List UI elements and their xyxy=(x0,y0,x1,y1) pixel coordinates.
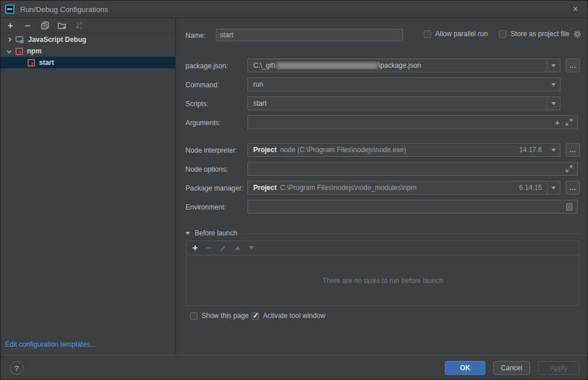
environment-input[interactable] xyxy=(247,200,578,214)
collapse-triangle-icon xyxy=(185,232,190,235)
show-this-page-checkbox[interactable] xyxy=(190,312,198,320)
section-divider xyxy=(244,233,579,234)
sidebar-toolbar: + − xyxy=(1,18,175,33)
package-json-label: package.json: xyxy=(185,62,228,70)
npm-icon xyxy=(28,59,35,67)
before-launch-tasks-panel: + − There are no tasks to run before lau… xyxy=(186,241,579,306)
node-interpreter-path: node (C:\Program Files\nodejs\node.exe) xyxy=(277,146,406,154)
environment-label: Environment: xyxy=(185,203,226,211)
insert-macro-icon[interactable]: + xyxy=(555,118,560,127)
tree-item-npm-group[interactable]: npm xyxy=(1,45,175,57)
node-interpreter-scope: Project xyxy=(248,146,277,154)
sort-alphabetically-icon xyxy=(75,22,83,30)
edit-configuration-templates-link[interactable]: Edit configuration templates... xyxy=(5,340,96,348)
node-interpreter-version: 14.17.6 xyxy=(519,146,547,154)
command-combobox[interactable]: run xyxy=(247,77,560,91)
package-manager-version: 6.14.15 xyxy=(519,184,547,192)
ok-button[interactable]: OK xyxy=(445,361,485,375)
plus-icon: + xyxy=(7,21,13,30)
tasks-empty-message: There are no tasks to run before launch xyxy=(187,255,579,306)
redacted-path-segment xyxy=(276,62,378,69)
chevron-down-icon xyxy=(551,187,556,189)
store-as-project-file-label: Store as project file xyxy=(510,30,570,38)
package-manager-scope: Project xyxy=(248,184,277,192)
package-manager-dropdown-arrow[interactable] xyxy=(547,181,560,194)
edit-task-button[interactable] xyxy=(219,245,227,252)
package-json-combobox[interactable]: C:\_git\ \package.json xyxy=(247,59,560,72)
arguments-input[interactable]: + xyxy=(247,115,578,129)
configurations-sidebar: + − JavaScript Debug xyxy=(1,18,176,355)
copy-icon xyxy=(41,21,49,30)
package-manager-label: Package manager: xyxy=(185,184,243,192)
new-folder-icon xyxy=(57,22,67,30)
arguments-label: Arguments: xyxy=(185,119,220,127)
expand-field-icon[interactable] xyxy=(566,165,572,172)
npm-icon xyxy=(16,48,23,55)
add-task-button[interactable]: + xyxy=(192,243,198,253)
name-label: Name: xyxy=(185,32,206,40)
before-launch-section-header[interactable]: Before launch xyxy=(185,229,579,237)
remove-configuration-button[interactable]: − xyxy=(22,21,33,31)
package-json-dropdown-arrow[interactable] xyxy=(547,59,560,72)
activate-tool-window-checkbox[interactable] xyxy=(252,312,259,320)
command-value: run xyxy=(248,80,263,88)
expand-field-icon[interactable] xyxy=(566,119,572,126)
allow-parallel-run-option: Allow parallel run xyxy=(424,30,488,38)
node-interpreter-combobox[interactable]: Project node (C:\Program Files\nodejs\no… xyxy=(247,143,560,157)
node-interpreter-browse-button[interactable]: ... xyxy=(566,143,580,157)
gear-icon[interactable] xyxy=(574,30,581,38)
package-manager-path: C:\Program Files\nodejs\node_modules\npm xyxy=(277,184,416,192)
tree-item-label: JavaScript Debug xyxy=(28,36,86,44)
sort-configurations-button[interactable] xyxy=(74,21,84,31)
move-task-down-button[interactable] xyxy=(249,246,254,250)
activate-tool-window-label: Activate tool window xyxy=(263,312,326,320)
chevron-right-icon[interactable] xyxy=(7,37,11,42)
package-json-path-prefix: C:\_git\ xyxy=(253,61,275,69)
node-options-input[interactable] xyxy=(247,162,578,176)
title-bar: WS Run/Debug Configurations × xyxy=(1,1,587,18)
move-task-up-button[interactable] xyxy=(235,246,241,250)
scripts-dropdown-arrow[interactable] xyxy=(547,97,560,110)
tree-item-javascript-debug[interactable]: JavaScript Debug xyxy=(1,34,175,45)
tasks-toolbar: + − xyxy=(187,241,579,255)
webstorm-logo-icon: WS xyxy=(5,5,14,14)
minus-icon: − xyxy=(25,21,30,30)
chevron-down-icon xyxy=(551,102,556,105)
store-as-project-file-option: Store as project file xyxy=(499,30,581,38)
scripts-label: Scripts: xyxy=(185,100,208,108)
close-icon[interactable]: × xyxy=(569,3,582,15)
command-label: Command: xyxy=(185,81,219,89)
name-input[interactable] xyxy=(216,29,403,41)
tree-item-start[interactable]: start xyxy=(1,57,175,68)
chevron-down-icon[interactable] xyxy=(7,49,11,53)
help-button[interactable]: ? xyxy=(10,361,24,375)
package-json-browse-button[interactable]: ... xyxy=(566,59,580,72)
scripts-value: start xyxy=(248,99,266,107)
node-options-label: Node options: xyxy=(185,165,228,173)
dialog-footer: ? OK Cancel Apply xyxy=(1,355,587,380)
store-as-project-file-checkbox[interactable] xyxy=(499,30,506,38)
before-launch-title: Before launch xyxy=(195,229,237,237)
package-json-path-suffix: \package.json xyxy=(378,61,421,69)
browse-variables-icon[interactable] xyxy=(566,203,572,211)
tree-item-label: start xyxy=(39,59,54,67)
add-configuration-button[interactable]: + xyxy=(5,21,16,31)
tree-item-label: npm xyxy=(27,47,41,55)
javascript-debug-icon xyxy=(16,36,24,44)
allow-parallel-run-label: Allow parallel run xyxy=(435,30,488,38)
chevron-down-icon xyxy=(551,64,556,67)
copy-configuration-button[interactable] xyxy=(40,21,50,31)
allow-parallel-run-checkbox[interactable] xyxy=(424,30,431,38)
apply-button[interactable]: Apply xyxy=(538,361,579,375)
node-interpreter-label: Node interpreter: xyxy=(185,146,237,154)
cancel-button[interactable]: Cancel xyxy=(493,361,530,375)
remove-task-button[interactable]: − xyxy=(206,243,211,253)
show-this-page-label: Show this page xyxy=(202,312,249,320)
scripts-combobox[interactable]: start xyxy=(247,96,560,110)
package-manager-browse-button[interactable]: ... xyxy=(566,181,580,195)
node-interpreter-dropdown-arrow[interactable] xyxy=(547,144,560,156)
command-dropdown-arrow[interactable] xyxy=(547,78,560,91)
package-manager-combobox[interactable]: Project C:\Program Files\nodejs\node_mod… xyxy=(247,181,560,195)
new-folder-button[interactable] xyxy=(57,21,67,31)
configurations-tree: JavaScript Debug npm start xyxy=(1,34,175,68)
